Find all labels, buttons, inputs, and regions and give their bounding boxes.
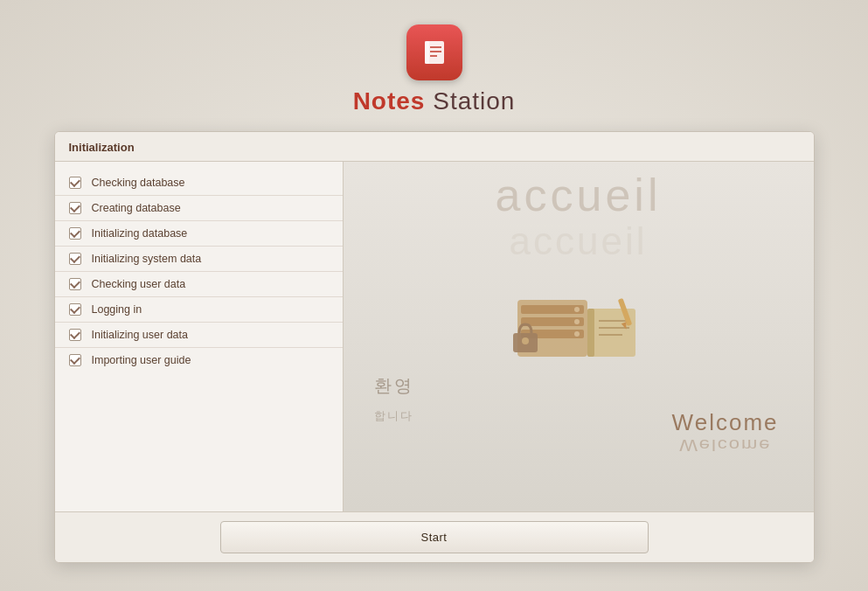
svg-rect-1 [425, 41, 429, 64]
checklist-item-init-sys: Initializing system data [55, 247, 343, 272]
initialization-dialog: Initialization Checking databaseCreating… [54, 131, 815, 563]
checklist-item-logging-in: Logging in [55, 297, 343, 323]
welcome-illustration [509, 282, 649, 373]
bg-word-2: accueil [510, 220, 648, 262]
svg-point-11 [574, 331, 580, 337]
dialog-title: Initialization [55, 132, 814, 162]
dialog-body: Checking databaseCreating databaseInitia… [55, 162, 814, 511]
check-label-check-db: Checking database [92, 177, 185, 189]
app-icon-svg [418, 36, 451, 69]
checklist-item-check-user: Checking user data [55, 272, 343, 297]
checkbox-init-db[interactable] [69, 227, 81, 240]
checkbox-logging-in[interactable] [69, 303, 81, 316]
svg-rect-15 [587, 309, 594, 357]
bg-word-1: accueil [496, 170, 662, 220]
welcome-text-group: Welcome Welcome [672, 409, 779, 459]
app-name-light: Station [425, 87, 515, 115]
svg-point-13 [522, 337, 529, 344]
check-label-create-db: Creating database [92, 202, 181, 214]
app-name-bold: Notes [353, 87, 426, 115]
svg-point-10 [574, 319, 580, 324]
check-label-init-sys: Initializing system data [92, 253, 202, 265]
korean-text: 환영 [374, 374, 414, 398]
checkbox-init-user[interactable] [69, 329, 81, 341]
checklist-item-init-db: Initializing database [55, 221, 343, 247]
checkbox-create-db[interactable] [69, 202, 81, 214]
check-label-logging-in: Logging in [92, 303, 142, 316]
checklist-item-check-db: Checking database [55, 170, 343, 196]
dialog-footer: Start [55, 511, 814, 562]
checkbox-init-sys[interactable] [69, 253, 81, 265]
app-icon [406, 24, 462, 80]
checklist-panel: Checking databaseCreating databaseInitia… [55, 162, 344, 511]
start-button[interactable]: Start [220, 521, 649, 553]
checklist-item-create-db: Creating database [55, 196, 343, 221]
checkbox-check-user[interactable] [69, 278, 81, 290]
check-label-import-guide: Importing user guide [92, 354, 191, 366]
checklist-item-import-guide: Importing user guide [55, 348, 343, 372]
welcome-mirror: Welcome [672, 435, 779, 454]
svg-point-9 [574, 307, 580, 312]
app-title: Notes Station [353, 87, 516, 115]
check-label-init-db: Initializing database [92, 227, 188, 240]
checkbox-import-guide[interactable] [69, 354, 81, 366]
korean-subtext: 합니다 [374, 408, 413, 424]
checklist-item-init-user: Initializing user data [55, 323, 343, 348]
checkbox-check-db[interactable] [69, 177, 81, 189]
welcome-word: Welcome [672, 409, 779, 436]
app-header: Notes Station [353, 24, 516, 115]
check-label-check-user: Checking user data [92, 278, 186, 290]
illustration-svg [509, 282, 649, 370]
check-label-init-user: Initializing user data [92, 329, 188, 341]
welcome-panel: accueil accueil [344, 162, 814, 511]
